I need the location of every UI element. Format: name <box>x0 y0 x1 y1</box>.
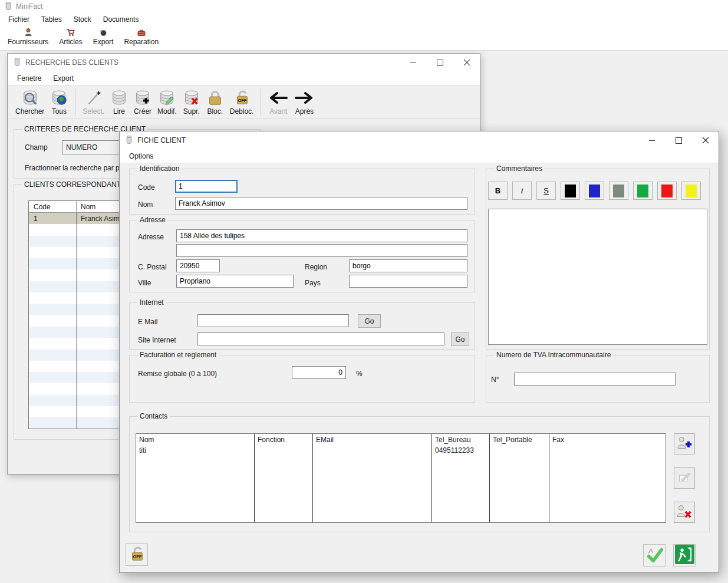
contacts-cell[interactable]: 0495112233 <box>432 446 489 454</box>
avant-button[interactable]: Avant <box>265 88 291 117</box>
db-pencil-icon <box>158 89 176 107</box>
menu-item-fichier[interactable]: Fichier <box>2 14 35 25</box>
db-delete-icon <box>183 89 200 107</box>
contacts-column-email: EMail <box>313 434 432 522</box>
bloc-button[interactable]: Bloc. <box>203 88 227 117</box>
gray-color-button[interactable] <box>609 182 628 200</box>
creer-button[interactable]: Créer <box>131 88 154 117</box>
groupbox-label: Adresse <box>137 216 168 224</box>
select-button[interactable]: Select. <box>80 88 107 117</box>
app-titlebar[interactable]: MiniFact <box>0 0 42 13</box>
green-swatch <box>637 185 648 197</box>
validate-button[interactable] <box>643 544 666 566</box>
contacts-cell[interactable] <box>255 446 312 446</box>
region-input[interactable] <box>349 259 467 272</box>
red-color-button[interactable] <box>657 182 677 200</box>
remise-input[interactable] <box>292 366 346 379</box>
db-search-icon <box>21 89 39 107</box>
maximize-button[interactable] <box>427 54 453 71</box>
toolbar-button-label: Select. <box>83 107 104 116</box>
blue-swatch <box>589 185 600 197</box>
app-title: MiniFact <box>16 2 42 11</box>
contacts-column-telbureau: Tel_Bureau0495112233 <box>432 434 490 522</box>
groupbox-label: Identification <box>137 164 182 173</box>
chercher-button[interactable]: Chercher <box>12 88 47 117</box>
internet-groupbox: Internet E Mail Go Site Internet Go <box>129 302 475 350</box>
cp-input[interactable] <box>176 259 220 272</box>
green-color-button[interactable] <box>633 182 653 200</box>
db-globe-icon <box>50 89 68 107</box>
toolbar-button-label: Bloc. <box>207 107 223 116</box>
edit-contact-button[interactable] <box>674 467 695 489</box>
site-go-button[interactable]: Go <box>451 332 469 346</box>
window-controls <box>400 54 480 71</box>
lock-icon <box>206 89 224 107</box>
search-window-titlebar[interactable]: RECHERCHE DES CLIENTS <box>8 54 480 71</box>
close-button[interactable] <box>692 131 719 149</box>
email-input[interactable] <box>197 314 349 327</box>
blue-color-button[interactable] <box>585 182 604 200</box>
toolbar-separator <box>75 88 75 116</box>
menu-item-fenetre[interactable]: Fenetre <box>11 73 47 84</box>
contacts-cell[interactable]: titi <box>136 446 254 454</box>
fournisseurs-button[interactable]: Fournisseurs <box>2 26 54 46</box>
code-input[interactable] <box>175 180 238 193</box>
minimize-button[interactable] <box>639 131 666 149</box>
maximize-button[interactable] <box>666 131 692 149</box>
fiche-window-titlebar[interactable]: FICHE CLIENT <box>120 131 719 149</box>
black-color-button[interactable] <box>561 182 580 200</box>
groupbox-label: Commentaires <box>494 164 545 173</box>
email-go-button[interactable]: Go <box>358 314 381 328</box>
ville-input[interactable] <box>176 275 294 288</box>
articles-button[interactable]: Articles <box>54 26 87 46</box>
commentaires-textarea[interactable] <box>488 209 707 345</box>
menu-item-options[interactable]: Options <box>123 150 159 162</box>
nom-input[interactable] <box>175 197 467 210</box>
site-input[interactable] <box>197 332 444 345</box>
tva-input[interactable] <box>514 373 676 386</box>
menu-item-export[interactable]: Export <box>47 73 80 84</box>
search-window-toolbar: ChercherTousSelect.LireCréerModif.Supr.B… <box>8 85 480 119</box>
tous-button[interactable]: Tous <box>47 88 71 117</box>
adresse-line1-input[interactable] <box>176 229 467 242</box>
toolbar-separator <box>261 88 261 116</box>
database-icon <box>126 135 133 146</box>
contact-edit-icon <box>676 469 693 488</box>
menu-item-tables[interactable]: Tables <box>35 14 68 25</box>
contacts-cell[interactable] <box>549 446 666 446</box>
menu-item-stock[interactable]: Stock <box>68 14 97 25</box>
exit-button[interactable] <box>673 544 696 566</box>
delete-contact-button[interactable] <box>674 502 695 523</box>
close-button[interactable] <box>453 54 480 71</box>
minimize-button[interactable] <box>400 54 427 71</box>
contacts-cell[interactable] <box>313 446 431 446</box>
underline-button[interactable]: S <box>536 182 556 200</box>
db-icon <box>110 89 128 107</box>
italic-button[interactable]: I <box>512 182 532 200</box>
black-swatch <box>565 185 576 197</box>
unlock-button[interactable]: OFF <box>126 544 148 566</box>
unlock-off-icon: OFF <box>128 545 146 565</box>
apres-button[interactable]: Après <box>291 88 317 117</box>
yellow-color-button[interactable] <box>681 182 701 200</box>
reparation-button[interactable]: Reparation <box>118 26 164 46</box>
adresse-line2-input[interactable] <box>176 244 467 257</box>
unlock-off-icon: OFF <box>233 89 251 107</box>
site-label: Site Internet <box>138 336 176 344</box>
pays-input[interactable] <box>349 275 467 288</box>
menu-item-documents[interactable]: Documents <box>97 14 145 25</box>
contacts-cell[interactable] <box>490 446 549 446</box>
modif-button[interactable]: Modif. <box>154 88 180 117</box>
lire-button[interactable]: Lire <box>107 88 131 117</box>
percent-label: % <box>356 370 363 378</box>
debloc-button[interactable]: OFFDebloc. <box>227 88 257 117</box>
supr-button[interactable]: Supr. <box>180 88 203 117</box>
groupbox-label: Internet <box>137 298 166 307</box>
toolbox-icon <box>137 28 146 37</box>
export-button[interactable]: Export <box>88 26 119 46</box>
add-contact-button[interactable] <box>674 433 695 454</box>
app-menubar: FichierTablesStockDocuments <box>0 13 144 25</box>
ville-label: Ville <box>138 279 151 287</box>
bold-button[interactable]: B <box>488 182 508 200</box>
identification-groupbox: Identification Code Nom <box>129 169 475 215</box>
